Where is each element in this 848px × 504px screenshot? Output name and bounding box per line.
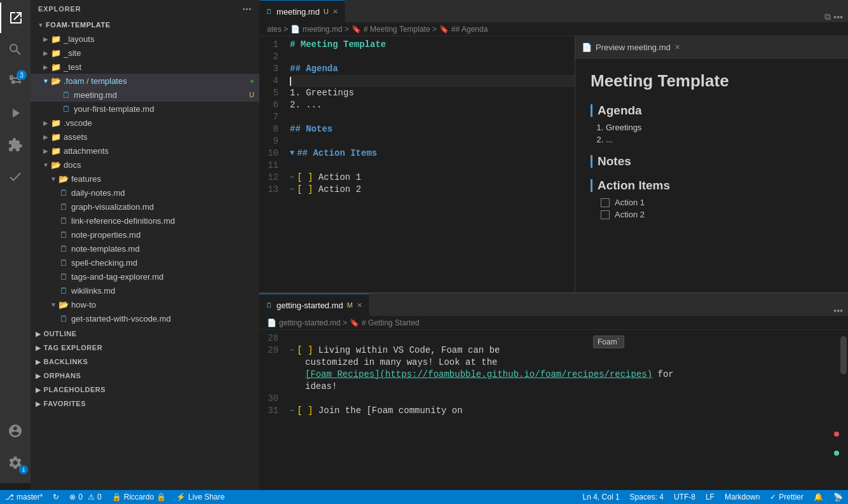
activity-bar-settings[interactable]: 1 (0, 447, 31, 478)
breadcrumb-top: ates > 📄 meeting.md > 🔖 # Meeting Templa… (259, 22, 848, 36)
activity-bar-extensions[interactable] (0, 130, 31, 160)
tree-item-wikilinks[interactable]: 🗒 wikilinks.md (31, 283, 259, 297)
bc-ates[interactable]: ates > (267, 25, 288, 34)
bc-getting-started-heading[interactable]: # Getting Started (362, 318, 420, 327)
section-outline[interactable]: ▶ OUTLINE (31, 325, 259, 339)
tree-item-tags[interactable]: 🗒 tags-and-tag-explorer.md (31, 269, 259, 283)
preview-tab-close[interactable]: ✕ (674, 43, 680, 51)
action-items-fold-icon[interactable]: ▼ (290, 147, 294, 160)
backlinks-label: BACKLINKS (44, 358, 88, 365)
tree-item-how-to[interactable]: ▼ 📂 how-to (31, 297, 259, 311)
tab-getting-started[interactable]: 🗒 getting-started.md M ✕ (259, 294, 369, 316)
bc-agenda[interactable]: ## Agenda (451, 25, 488, 34)
error-count: 0 (78, 493, 83, 501)
tree-item-meeting-md[interactable]: 🗒 meeting.md U (31, 88, 259, 102)
tree-item-note-properties[interactable]: 🗒 note-properties.md (31, 228, 259, 242)
outline-label: OUTLINE (44, 330, 77, 337)
bottom-line-29d: ideas! (290, 381, 848, 393)
tree-item-foam-templates[interactable]: ▼ 📂 .foam / templates ● (31, 74, 259, 88)
tree-item-get-started[interactable]: 🗒 get-started-with-vscode.md (31, 311, 259, 325)
status-user[interactable]: 🔒 Riccardo 🔒 (107, 490, 171, 504)
attachments-label: attachments (64, 146, 259, 156)
tree-item-layouts[interactable]: ▶ 📁 _layouts (31, 32, 259, 46)
tab-meeting-md[interactable]: 🗒 meeting.md U ✕ (259, 0, 345, 22)
bottom-editor-scrollbar[interactable] (839, 330, 848, 490)
status-branch[interactable]: ⎇ master* (0, 490, 48, 504)
tree-item-features[interactable]: ▼ 📂 features (31, 172, 259, 186)
line10-text: ## Action Items (297, 147, 377, 160)
tree-item-note-templates[interactable]: 🗒 note-templates.md (31, 242, 259, 255)
line-numbers: 12345 678910 111213 (259, 39, 285, 290)
tree-item-attachments[interactable]: ▶ 📁 attachments (31, 144, 259, 158)
status-sync[interactable]: ↻ (48, 490, 64, 504)
section-orphans[interactable]: ▶ ORPHANS (31, 367, 259, 381)
vscode-label: .vscode (64, 118, 259, 128)
split-editor-icon[interactable]: ⧉ (824, 11, 831, 22)
section-placeholders[interactable]: ▶ PLACEHOLDERS (31, 381, 259, 395)
tree-item-site[interactable]: ▶ 📁 _site (31, 46, 259, 60)
bc-getting-started-md[interactable]: getting-started.md > (279, 318, 347, 327)
live-share-icon: ⚡ (176, 493, 186, 501)
meeting-file-icon: 🗒 (61, 90, 71, 100)
tab-actions-top: ⧉ ••• (824, 11, 848, 22)
preview-action-item-2: Action 2 (601, 210, 833, 219)
status-eol[interactable]: LF (701, 490, 720, 504)
tree-item-docs[interactable]: ▼ 📂 docs (31, 158, 259, 172)
preview-panel: 📄 Preview meeting.md ✕ Meeting Template … (575, 36, 848, 292)
code-content-bottom[interactable]: 28 29 30 31 – [ ] Living within VS Code,… (259, 330, 848, 490)
settings-badge: 1 (19, 465, 28, 474)
status-live-share[interactable]: ⚡ Live Share (171, 490, 229, 504)
attachments-folder-icon: 📁 (51, 146, 61, 156)
activity-bar-checklist[interactable] (0, 161, 31, 192)
section-tag-explorer[interactable]: ▶ TAG EXPLORER (31, 339, 259, 353)
status-prettier[interactable]: ✓ Prettier (765, 490, 809, 504)
root-label: FOAM-TEMPLATE (46, 21, 111, 29)
bottom-more-actions-icon[interactable]: ••• (833, 306, 843, 316)
activity-bar-search[interactable] (0, 34, 31, 65)
activity-bar-account[interactable] (0, 416, 31, 446)
foam-recipes-link[interactable]: [Foam Recipes](https://foambubble.github… (305, 369, 652, 381)
getting-started-tab-close[interactable]: ✕ (357, 301, 362, 310)
meeting-tab-close[interactable]: ✕ (332, 8, 338, 16)
favorites-chevron-icon: ▶ (36, 400, 41, 407)
get-started-icon: 🗒 (58, 313, 69, 324)
line1-text: # Meeting Template (290, 39, 386, 51)
bc-meeting-template[interactable]: # Meeting Template > (364, 25, 437, 34)
status-encoding[interactable]: UTF-8 (669, 490, 701, 504)
favorites-label: FAVORITES (44, 400, 86, 407)
tree-item-vscode[interactable]: ▶ 📁 .vscode (31, 116, 259, 130)
section-backlinks[interactable]: ▶ BACKLINKS (31, 353, 259, 367)
prettier-icon: ✓ (770, 493, 776, 501)
bc-getting-started-heading-icon: 🔖 (350, 318, 359, 327)
bottom-line-28 (290, 332, 848, 344)
tree-item-spell-checking[interactable]: 🗒 spell-checking.md (31, 255, 259, 269)
tree-item-graph-visualization[interactable]: 🗒 graph-visualization.md (31, 200, 259, 214)
sidebar-menu-icon[interactable]: ••• (243, 5, 252, 13)
status-broadcast[interactable]: 📡 (828, 490, 848, 504)
tree-item-daily-notes[interactable]: 🗒 daily-notes.md (31, 186, 259, 200)
section-favorites[interactable]: ▶ FAVORITES (31, 395, 259, 409)
tree-root[interactable]: ▼ FOAM-TEMPLATE (31, 18, 259, 32)
error-icon: ⊗ (69, 493, 76, 501)
getting-started-tab-icon: 🗒 (266, 301, 273, 309)
getting-started-tab-modified: M (347, 301, 353, 309)
bottom-line-31: – [ ] Join the [Foam community on (290, 405, 848, 417)
tree-item-test[interactable]: ▶ 📁 _test (31, 60, 259, 74)
preview-agenda-item-1: Greetings (606, 123, 833, 132)
activity-bar-run[interactable] (0, 98, 31, 128)
status-notifications[interactable]: 🔔 (809, 490, 828, 504)
status-bar: ⎇ master* ↻ ⊗ 0 ⚠ 0 🔒 Riccardo 🔒 ⚡ Live … (0, 490, 848, 504)
activity-bar-source-control[interactable]: 3 (0, 66, 31, 97)
status-position[interactable]: Ln 4, Col 1 (578, 490, 625, 504)
line5-text: 1. Greetings (290, 87, 354, 99)
more-actions-icon[interactable]: ••• (833, 12, 843, 22)
tree-item-assets[interactable]: ▶ 📁 assets (31, 130, 259, 144)
backlinks-chevron-icon: ▶ (36, 358, 41, 365)
status-language[interactable]: Markdown (720, 490, 765, 504)
activity-bar-explorer[interactable] (0, 3, 31, 33)
status-errors[interactable]: ⊗ 0 ⚠ 0 (64, 490, 106, 504)
tree-item-your-first-template[interactable]: 🗒 your-first-template.md (31, 102, 259, 116)
status-spaces[interactable]: Spaces: 4 (625, 490, 669, 504)
tree-item-link-reference[interactable]: 🗒 link-reference-definitions.md (31, 214, 259, 228)
bc-meeting-md[interactable]: meeting.md > (303, 25, 349, 34)
